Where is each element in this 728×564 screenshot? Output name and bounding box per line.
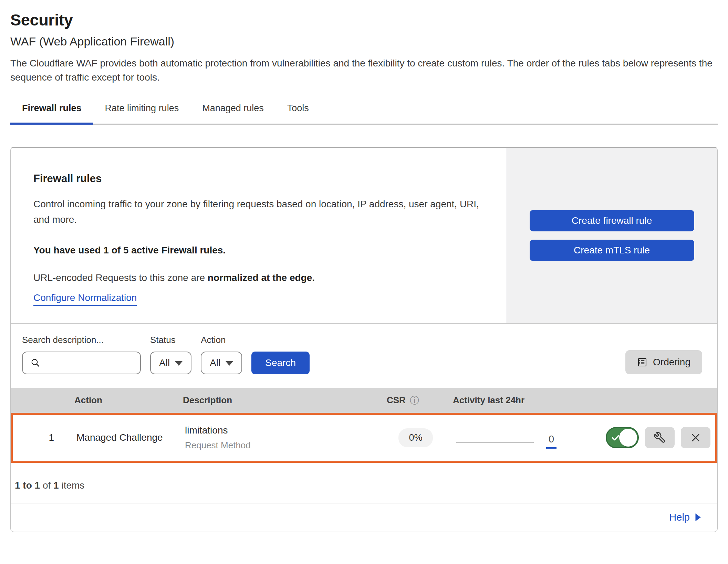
activity-cell: 0 (447, 427, 602, 449)
help-link[interactable]: Help (669, 512, 701, 523)
header-description: Description (173, 395, 387, 406)
status-label: Status (150, 335, 191, 345)
overview-text-section: Firewall rules Control incoming traffic … (11, 148, 506, 323)
page-title: Security (10, 10, 718, 29)
pagination-summary: 1 to 1 of 1 items (11, 463, 717, 503)
items-range: 1 to 1 (15, 480, 40, 491)
page-subtitle: WAF (Web Application Firewall) (10, 35, 718, 48)
caret-down-icon (175, 361, 183, 366)
url-note-bold: normalized at the edge. (208, 272, 315, 283)
action-label: Action (201, 335, 242, 345)
card-footer: Help (11, 503, 717, 532)
table-header: Action Description CSR ⓘ Activity last 2… (11, 388, 717, 413)
wrench-icon (654, 431, 666, 444)
activity-sparkline (456, 442, 534, 443)
search-label: Search description... (22, 335, 141, 345)
action-filter-group: Action All (201, 335, 242, 374)
header-csr-label: CSR (387, 395, 406, 406)
tab-tools[interactable]: Tools (275, 98, 321, 125)
search-input[interactable] (45, 357, 135, 368)
overview-description: Control incoming traffic to your zone by… (33, 197, 492, 228)
rule-controls (602, 427, 715, 448)
firewall-rules-card: Firewall rules Control incoming traffic … (10, 147, 718, 532)
rule-description-cell: limitations Request Method (175, 425, 385, 451)
activity-count-link[interactable]: 0 (546, 434, 557, 449)
url-note-text: URL-encoded Requests to this zone are (33, 272, 208, 283)
create-firewall-rule-button[interactable]: Create firewall rule (530, 210, 694, 231)
help-link-label: Help (669, 512, 690, 523)
check-icon (611, 433, 620, 442)
rule-enabled-toggle[interactable] (606, 427, 639, 448)
delete-rule-button[interactable] (681, 427, 710, 448)
toggle-knob (619, 429, 637, 447)
search-input-box[interactable] (22, 352, 141, 374)
rule-action: Managed Challenge (61, 432, 175, 443)
overview-heading: Firewall rules (33, 173, 492, 185)
security-waf-page: Security WAF (Web Application Firewall) … (0, 10, 728, 532)
rule-priority-number: 1 (49, 432, 61, 443)
action-select[interactable]: All (201, 352, 242, 374)
ordering-button[interactable]: Ordering (625, 350, 702, 374)
items-of: of (43, 480, 51, 491)
filter-toolbar: Search description... Status All (11, 324, 717, 388)
header-action: Action (59, 395, 173, 406)
items-total: 1 (53, 480, 59, 491)
header-activity: Activity last 24hr (449, 395, 604, 406)
header-csr: CSR ⓘ (387, 394, 449, 407)
configure-normalization-link[interactable]: Configure Normalization (33, 292, 137, 306)
search-filter-group: Search description... (22, 335, 141, 374)
search-icon (30, 358, 41, 368)
usage-summary: You have used 1 of 5 active Firewall rul… (33, 245, 492, 256)
close-icon (690, 432, 701, 443)
action-select-value: All (210, 357, 220, 368)
firewall-rules-overview: Firewall rules Control incoming traffic … (11, 148, 717, 324)
help-arrow-icon (695, 513, 701, 522)
actions-panel: Create firewall rule Create mTLS rule (506, 148, 717, 323)
search-button[interactable]: Search (251, 352, 310, 374)
ordering-list-icon (637, 357, 647, 367)
page-description: The Cloudflare WAF provides both automat… (10, 56, 718, 84)
tab-rate-limiting-rules[interactable]: Rate limiting rules (93, 98, 191, 125)
info-icon[interactable]: ⓘ (410, 394, 419, 407)
csr-badge: 0% (398, 428, 433, 447)
items-label: items (61, 480, 84, 491)
status-filter-group: Status All (150, 335, 191, 374)
rule-description-sub: Request Method (185, 440, 385, 451)
status-select-value: All (159, 357, 170, 368)
url-normalization-note: URL-encoded Requests to this zone are no… (33, 272, 492, 283)
status-select[interactable]: All (150, 352, 191, 374)
ordering-button-label: Ordering (653, 357, 690, 368)
create-mtls-rule-button[interactable]: Create mTLS rule (530, 240, 694, 261)
edit-rule-button[interactable] (645, 427, 675, 448)
tab-firewall-rules[interactable]: Firewall rules (10, 98, 93, 125)
waf-tabs: Firewall rules Rate limiting rules Manag… (10, 98, 718, 125)
table-row[interactable]: 1 Managed Challenge limitations Request … (11, 413, 717, 463)
tab-managed-rules[interactable]: Managed rules (190, 98, 275, 125)
rule-description: limitations (185, 425, 385, 436)
caret-down-icon (226, 361, 233, 366)
